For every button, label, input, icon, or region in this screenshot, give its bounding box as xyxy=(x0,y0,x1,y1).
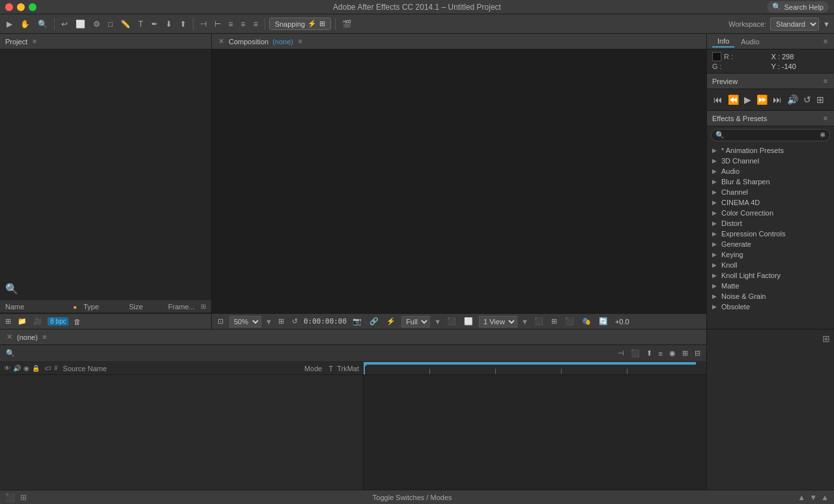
footage-item-btn[interactable]: 🎥 xyxy=(32,316,44,327)
comp-link-btn[interactable]: 🔗 xyxy=(367,316,381,327)
effect-item[interactable]: ▶ * Animation Presets xyxy=(707,145,834,156)
timeline-close-btn[interactable]: ✕ xyxy=(5,333,13,341)
undo-btn[interactable]: ↩ xyxy=(59,18,70,30)
delete-btn[interactable]: 🗑 xyxy=(72,316,82,327)
tl-lift-btn[interactable]: ⬆ xyxy=(644,348,654,359)
close-button[interactable] xyxy=(5,3,13,11)
align-5[interactable]: ≡ xyxy=(251,18,261,30)
comp-transparency-btn[interactable]: ⬜ xyxy=(462,316,475,327)
comp-crop-btn[interactable]: ⬛ xyxy=(532,316,545,327)
preview-loop-btn[interactable]: ↺ xyxy=(802,93,812,106)
info-tab[interactable]: Info xyxy=(712,36,734,48)
comp-view-btn[interactable]: ⬜ xyxy=(73,18,88,30)
timeline-body: 👁 🔊 ◉ 🔒 🏷 # Source Name Mode T TrkMat xyxy=(0,362,706,490)
effect-item[interactable]: ▶ Channel xyxy=(707,187,834,197)
timeline-expand-icon[interactable]: ⊞ xyxy=(822,333,830,344)
paint-tool[interactable]: ✏️ xyxy=(118,18,133,30)
effect-item[interactable]: ▶ Matte xyxy=(707,281,834,291)
text-tool[interactable]: T xyxy=(136,18,145,30)
timecode-display[interactable]: 0:00:00:00 xyxy=(304,317,347,326)
tl-eye-icon: 👁 xyxy=(4,365,10,372)
preview-next-btn[interactable]: ⏩ xyxy=(755,93,769,106)
status-left-btn[interactable]: ⬛ xyxy=(5,493,15,502)
effect-item[interactable]: ▶ Blur & Sharpen xyxy=(707,176,834,187)
effect-item[interactable]: ▶ Noise & Grain xyxy=(707,291,834,301)
workspace-select[interactable]: Standard xyxy=(770,18,819,31)
views-select[interactable]: 1 View xyxy=(479,316,517,328)
col-resize-btn[interactable]: ⊞ xyxy=(201,303,206,310)
preview-prev-btn[interactable]: ⏪ xyxy=(726,93,740,106)
zoom-select[interactable]: 50% xyxy=(229,316,261,328)
bpc-badge[interactable]: 8 bpc xyxy=(48,317,68,326)
align-4[interactable]: ≡ xyxy=(238,18,248,30)
effect-item[interactable]: ▶ CINEMA 4D xyxy=(707,197,834,208)
hand-tool[interactable]: ✋ xyxy=(18,18,33,30)
comp-3d-btn[interactable]: 🎭 xyxy=(580,316,593,327)
project-menu-btn[interactable]: ≡ xyxy=(31,38,38,45)
align-right[interactable]: ⊢ xyxy=(212,18,223,30)
info-menu-btn[interactable]: ≡ xyxy=(822,38,829,45)
status-arrow-up[interactable]: ▲ xyxy=(798,493,805,502)
clone-tool[interactable]: ⬇ xyxy=(163,18,175,30)
shape-tool[interactable]: □ xyxy=(106,18,115,30)
comp-safe-btn[interactable]: ⬛ xyxy=(563,316,576,327)
tl-time-btn[interactable]: ⊞ xyxy=(680,348,690,359)
status-arrow-down[interactable]: ▼ xyxy=(809,493,817,502)
preview-play-btn[interactable]: ▶ xyxy=(743,93,753,106)
comp-cycle-btn[interactable]: ↺ xyxy=(290,316,300,327)
align-3[interactable]: ≡ xyxy=(226,18,236,30)
preview-menu-btn[interactable]: ≡ xyxy=(822,77,829,85)
comp-render-btn[interactable]: 🔄 xyxy=(597,316,610,327)
tl-radio-btn[interactable]: ◉ xyxy=(667,348,678,359)
tl-extract-btn[interactable]: ≡ xyxy=(657,348,665,359)
select-tool[interactable]: ▶ xyxy=(4,18,15,30)
tl-motion-btn[interactable]: ⊟ xyxy=(693,348,702,359)
status-left-btn2[interactable]: ⊞ xyxy=(20,493,27,502)
status-arrow-up2[interactable]: ▲ xyxy=(821,493,829,502)
effects-search-input[interactable] xyxy=(727,132,817,139)
effect-item[interactable]: ▶ Generate xyxy=(707,239,834,249)
tl-flow-btn[interactable]: ⊣ xyxy=(616,348,626,359)
effect-item[interactable]: ▶ Obsolete xyxy=(707,301,834,312)
effect-item[interactable]: ▶ Knoll xyxy=(707,260,834,270)
effect-item[interactable]: ▶ Distort xyxy=(707,218,834,229)
effect-item[interactable]: ▶ Keying xyxy=(707,249,834,260)
preview-ram-btn[interactable]: ⊞ xyxy=(815,93,826,106)
comp-grid-btn[interactable]: ⊞ xyxy=(549,316,559,327)
align-left[interactable]: ⊣ xyxy=(197,18,209,30)
timeline-menu-btn[interactable]: ≡ xyxy=(42,333,48,341)
effects-title: Effects & Presets xyxy=(712,115,767,122)
preview-last-btn[interactable]: ⏭ xyxy=(771,93,783,106)
comp-effect-btn[interactable]: ⚡ xyxy=(384,316,397,327)
effects-menu-btn[interactable]: ≡ xyxy=(822,115,829,122)
effects-search-wrap: 🔍 ✱ xyxy=(711,129,830,141)
zoom-tool[interactable]: 🔍 xyxy=(35,18,50,30)
preview-first-btn[interactable]: ⏮ xyxy=(712,93,724,106)
tl-comp-btn[interactable]: ⬛ xyxy=(629,348,642,359)
comp-camera-btn[interactable]: 📷 xyxy=(351,316,364,327)
comp-snap-btn[interactable]: ⊞ xyxy=(276,316,286,327)
comp-close-btn[interactable]: ✕ xyxy=(217,38,225,46)
comp-menu-btn[interactable]: ≡ xyxy=(297,38,304,45)
quality-select[interactable]: Full xyxy=(401,316,430,328)
comp-region-btn[interactable]: ⬛ xyxy=(445,316,458,327)
preview-audio-btn[interactable]: 🔊 xyxy=(786,93,799,106)
tl-search-btn[interactable]: 🔍 xyxy=(4,348,17,359)
folder-btn[interactable]: 📁 xyxy=(16,316,28,327)
puppet-tool[interactable]: ⬆ xyxy=(177,18,189,30)
comp-from-footage-btn[interactable]: ⊞ xyxy=(4,316,12,327)
search-help-bar[interactable]: 🔍 Search Help xyxy=(767,1,829,12)
maximize-button[interactable] xyxy=(29,3,36,11)
footage-btn[interactable]: 🎬 xyxy=(339,18,354,30)
zoom-fit-btn[interactable]: ⊡ xyxy=(216,316,225,327)
snapping-button[interactable]: Snapping ⚡ ⊞ xyxy=(269,18,332,30)
audio-tab[interactable]: Audio xyxy=(736,36,764,48)
minimize-button[interactable] xyxy=(17,3,25,11)
effect-item[interactable]: ▶ Knoll Light Factory xyxy=(707,270,834,281)
effect-item[interactable]: ▶ Expression Controls xyxy=(707,229,834,239)
render-queue-btn[interactable]: ⚙ xyxy=(91,18,103,30)
effect-item[interactable]: ▶ 3D Channel xyxy=(707,156,834,166)
pen-tool[interactable]: ✒ xyxy=(149,18,160,30)
effect-item[interactable]: ▶ Audio xyxy=(707,166,834,176)
effect-item[interactable]: ▶ Color Correction xyxy=(707,208,834,218)
